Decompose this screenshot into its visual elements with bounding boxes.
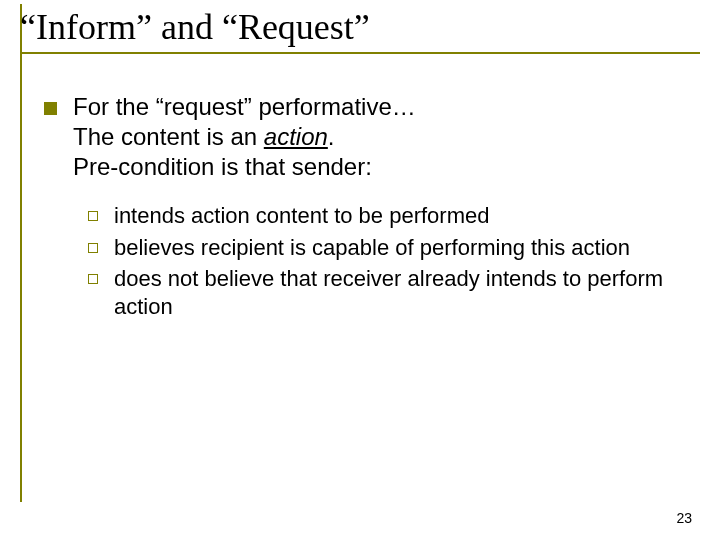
slide: “Inform” and “Request” For the “request”… [0, 0, 720, 540]
title-block: “Inform” and “Request” [20, 6, 700, 54]
body-line-2-pre: The content is an [73, 123, 264, 150]
body-line-3: Pre-condition is that sender: [73, 153, 372, 180]
open-square-bullet-icon [88, 243, 98, 253]
sub-bullet-item: believes recipient is capable of perform… [88, 234, 680, 262]
body-line-2-post: . [328, 123, 335, 150]
open-square-bullet-icon [88, 274, 98, 284]
body-line-2-action: action [264, 123, 328, 150]
sub-bullet-list: intends action content to be performed b… [88, 202, 680, 320]
sub-bullet-text: does not believe that receiver already i… [114, 265, 680, 320]
open-square-bullet-icon [88, 211, 98, 221]
square-bullet-icon [44, 102, 57, 115]
body-line-1: For the “request” performative… [73, 93, 416, 120]
sub-bullet-item: intends action content to be performed [88, 202, 680, 230]
vertical-rule [20, 4, 22, 502]
slide-body: For the “request” performative… The cont… [44, 92, 680, 324]
slide-title: “Inform” and “Request” [20, 6, 700, 48]
horizontal-rule [20, 52, 700, 54]
page-number: 23 [676, 510, 692, 526]
sub-bullet-text: believes recipient is capable of perform… [114, 234, 680, 262]
sub-bullet-item: does not believe that receiver already i… [88, 265, 680, 320]
bullet-item: For the “request” performative… The cont… [44, 92, 680, 182]
sub-bullet-text: intends action content to be performed [114, 202, 680, 230]
bullet-text: For the “request” performative… The cont… [73, 92, 680, 182]
